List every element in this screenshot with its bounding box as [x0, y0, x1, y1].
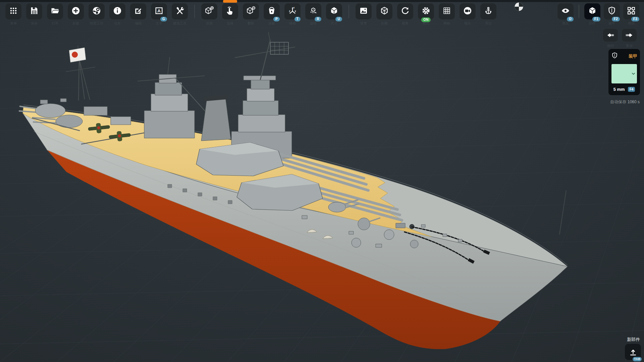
grid-icon — [442, 6, 451, 17]
cube-solid-icon — [329, 6, 339, 17]
hotkey-badge: R — [315, 17, 321, 22]
toolbar-button-camera[interactable]: 镜头 — [460, 3, 476, 19]
toolbar-button-edit[interactable]: 编辑 — [130, 3, 146, 19]
toolbar-button-shield[interactable]: F2装甲 — [604, 3, 620, 19]
save-icon — [30, 6, 39, 17]
toolbar-button-anchor[interactable]: 系泊 — [480, 3, 496, 19]
toolbar-button-save[interactable]: 保存 — [26, 3, 42, 19]
cube-add-icon — [205, 6, 214, 17]
svg-text:Y: Y — [293, 7, 295, 9]
redo-button[interactable]: 重做 — [622, 29, 637, 42]
svg-text:Z: Z — [289, 10, 290, 12]
plus-circle-icon — [71, 6, 80, 17]
toolbar-button-modules[interactable]: F3模块 — [623, 3, 639, 19]
chevron-down-icon — [631, 71, 636, 76]
new-part-hotkey-badge: TAB — [633, 357, 642, 361]
cube-remove-icon — [246, 6, 256, 17]
hotkey-badge: F1 — [592, 17, 600, 22]
gear-icon — [421, 6, 431, 17]
anchor-icon — [484, 6, 493, 17]
hand-icon — [225, 6, 235, 17]
edit-icon — [133, 6, 143, 17]
image-icon — [359, 6, 368, 17]
new-part-button[interactable]: TAB — [625, 344, 641, 360]
toolbar-divider — [579, 5, 579, 18]
toolbar-main: 菜单保存打开新建创意工坊信息编辑AG文字建造工具添加选择删除P涂装YZXT移动R… — [5, 3, 496, 19]
toolbar-button-apps-grid[interactable]: 菜单 — [5, 3, 21, 19]
toolbar-button-cube-remove[interactable]: 删除 — [243, 3, 259, 19]
hotkey-badge: U — [335, 17, 342, 22]
hotkey-badge: G — [160, 17, 167, 22]
refresh-icon — [400, 6, 410, 17]
history-controls: 撤销 重做 — [603, 29, 637, 42]
hotkey-badge: O — [567, 17, 574, 22]
hotkey-badge: F3 — [631, 17, 639, 22]
toolbar-button-folder-open[interactable]: 打开 — [47, 3, 63, 19]
armor-panel: 装甲 5 mm F4 — [608, 49, 640, 95]
viewport-3d[interactable] — [0, 0, 644, 362]
toolbar-button-steam[interactable]: 创意工坊 — [89, 3, 105, 19]
modules-icon — [627, 6, 636, 17]
toolbar-button-cube-solid[interactable]: U尺寸 — [326, 3, 342, 19]
toolbar-button-cube-solid[interactable]: F1部件 — [584, 3, 600, 19]
eye-icon — [561, 6, 570, 17]
toolbar-button-rotate-cube[interactable]: R旋转 — [305, 3, 321, 19]
autosave-label: 自动保存 — [610, 100, 626, 104]
toolbar-button-cube-add[interactable]: 添加 — [201, 3, 217, 19]
svg-text:A: A — [157, 8, 161, 13]
toolbar-view-modes: O预览F1部件F2装甲F3模块 — [557, 3, 639, 19]
tools-icon — [175, 6, 184, 17]
svg-text:X: X — [294, 10, 296, 12]
hotkey-badge: ON — [421, 17, 431, 22]
frame-marker-icon — [514, 2, 524, 12]
toolbar-button-gear[interactable]: ON模式 — [418, 3, 434, 19]
hotkey-badge: F2 — [612, 17, 620, 22]
toolbar-button-tools[interactable]: 建造工具 — [172, 3, 188, 19]
hotkey-badge: P — [273, 17, 280, 22]
armor-hotkey-badge: F4 — [628, 87, 635, 92]
hotkey-badge: T — [294, 17, 301, 22]
armor-material-dropdown[interactable] — [611, 64, 637, 84]
toolbar-button-eye[interactable]: O预览 — [557, 3, 574, 19]
toolbar-button-cube-wire[interactable]: 剖视 — [376, 3, 392, 19]
undo-button[interactable]: 撤销 — [603, 29, 618, 42]
open-parts-tray-icon — [629, 348, 638, 357]
steam-icon — [92, 6, 101, 17]
armor-thickness-value: 5 mm — [613, 87, 625, 92]
paint-bucket-icon — [267, 6, 276, 17]
toolbar-divider — [194, 5, 195, 18]
rotate-cube-icon — [309, 6, 318, 17]
info-icon — [113, 6, 122, 17]
toolbar-button-hand[interactable]: 选择 — [222, 3, 238, 19]
autosave-value: 1060 s — [628, 100, 640, 104]
toolbar-button-paint-bucket[interactable]: P涂装 — [264, 3, 280, 19]
armor-panel-title: 装甲 — [629, 53, 637, 59]
top-edge-strip — [0, 0, 644, 2]
new-part-label: 新部件 — [627, 337, 640, 343]
move-axes-icon: YZX — [288, 6, 297, 17]
toolbar-divider — [348, 5, 349, 18]
shield-icon — [607, 6, 616, 17]
toolbar-button-refresh[interactable]: 视角 — [397, 3, 413, 19]
cube-wire-icon — [380, 6, 389, 17]
toolbar-button-image[interactable]: 背景 — [356, 3, 372, 19]
toolbar-button-move-axes[interactable]: YZXT移动 — [284, 3, 301, 19]
folder-open-icon — [50, 6, 60, 17]
text-a-icon: A — [154, 6, 164, 17]
toolbar-button-grid[interactable]: 网格 — [439, 3, 455, 19]
apps-grid-icon — [9, 6, 18, 17]
autosave-status: 自动保存1060 s — [610, 99, 640, 105]
scene-canvas — [0, 0, 644, 362]
shield-icon — [611, 52, 618, 60]
toolbar-button-plus-circle[interactable]: 新建 — [68, 3, 84, 19]
cube-solid-icon — [588, 6, 597, 17]
toolbar-button-text-a[interactable]: AG文字 — [151, 3, 167, 19]
camera-icon — [463, 6, 472, 17]
toolbar-button-info[interactable]: 信息 — [109, 3, 125, 19]
